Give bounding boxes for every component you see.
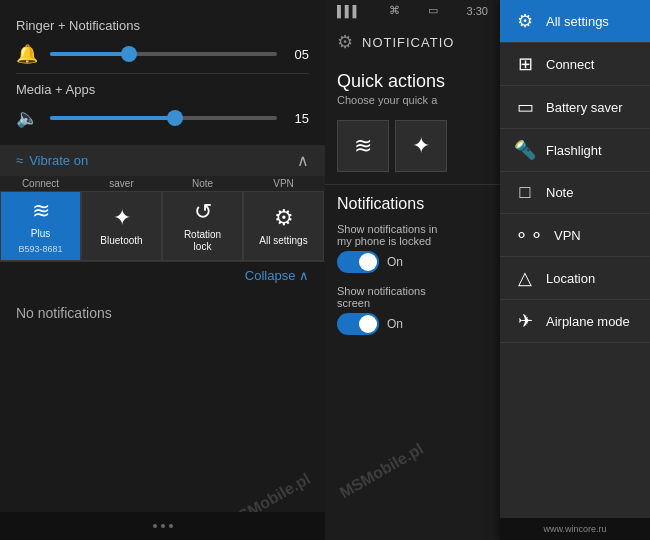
toggle2-row: On (337, 313, 488, 335)
media-label: Media + Apps (16, 82, 309, 97)
vibrate-label: Vibrate on (29, 153, 88, 168)
qa-labels-row: Connect saver Note VPN (0, 176, 325, 191)
bluetooth-icon: ✦ (113, 205, 131, 231)
settings-item-note[interactable]: □ Note (500, 172, 650, 214)
media-slider[interactable] (50, 116, 277, 120)
qa-tile-rotation[interactable]: ↺ Rotationlock (162, 191, 243, 261)
notif-header-text: NOTIFICATIO (362, 35, 454, 50)
bottom-dots (153, 524, 173, 528)
toggle2-knob (359, 315, 377, 333)
toggle2-label: On (387, 317, 403, 331)
vibrate-bar[interactable]: ≈ Vibrate on ∧ (0, 145, 325, 176)
settings-item-airplane[interactable]: ✈ Airplane mode (500, 300, 650, 343)
status-bar: ▌▌▌ ⌘ ▭ 3:30 (325, 0, 500, 21)
quick-actions-sub: Choose your quick a (325, 94, 500, 114)
toggle2[interactable] (337, 313, 379, 335)
settings-item-vpn[interactable]: ⚬⚬ VPN (500, 214, 650, 257)
dot1 (153, 524, 157, 528)
setting1-row: Show notifications inmy phone is locked … (325, 217, 500, 279)
airplane-label: Airplane mode (546, 314, 630, 329)
wifi-status-icon: ⌘ (389, 4, 400, 17)
vpn-icon: ⚬⚬ (514, 224, 544, 246)
setting2-row: Show notificationsscreen On (325, 279, 500, 341)
right-panel: ▌▌▌ ⌘ ▭ 3:30 ⚙ NOTIFICATIO Quick actions… (325, 0, 650, 540)
battery-saver-label: Battery saver (546, 100, 623, 115)
vpn-label: VPN (554, 228, 581, 243)
flashlight-icon: 🔦 (514, 139, 536, 161)
notif-qa-bluetooth[interactable]: ✦ (395, 120, 447, 172)
chevron-up-icon[interactable]: ∧ (297, 151, 309, 170)
media-value: 15 (287, 111, 309, 126)
notif-header: ⚙ NOTIFICATIO (325, 21, 500, 63)
setting1-label: Show notifications inmy phone is locked (337, 223, 488, 247)
wincore-bar: www.wincore.ru (500, 518, 650, 540)
left-panel: Ringer + Notifications 🔔 05 Media + Apps… (0, 0, 325, 540)
notif-wifi-icon: ≋ (354, 133, 372, 159)
qa-label-0: Connect (0, 178, 81, 189)
qa-label-3: VPN (243, 178, 324, 189)
notif-bluetooth-icon: ✦ (412, 133, 430, 159)
qa-tile-connect-label: Plus (31, 228, 50, 240)
ringer-section: Ringer + Notifications 🔔 05 Media + Apps… (0, 0, 325, 145)
settings-item-location[interactable]: △ Location (500, 257, 650, 300)
notif-title: Notifications (325, 191, 500, 217)
notif-qa-wifi[interactable]: ≋ (337, 120, 389, 172)
quick-actions-title: Quick actions (325, 63, 500, 94)
vibrate-icon: ≈ (16, 153, 23, 168)
ringer-icon: 🔔 (16, 43, 40, 65)
connect-label: Connect (546, 57, 594, 72)
dot2 (161, 524, 165, 528)
qa-tile-bluetooth[interactable]: ✦ Bluetooth (81, 191, 162, 261)
status-time: 3:30 (467, 5, 488, 17)
signal-icon: ▌▌▌ (337, 5, 360, 17)
settings-item-flashlight[interactable]: 🔦 Flashlight (500, 129, 650, 172)
qa-tile-rotation-label: Rotationlock (184, 229, 221, 253)
media-thumb[interactable] (167, 110, 183, 126)
qa-tile-connect-sub: B593-8681 (18, 244, 62, 254)
settings-item-connect[interactable]: ⊞ Connect (500, 43, 650, 86)
notif-quick-row: ≋ ✦ (325, 114, 500, 178)
toggle1-knob (359, 253, 377, 271)
location-label: Location (546, 271, 595, 286)
wifi-icon: ≋ (32, 198, 50, 224)
all-settings-label: All settings (546, 14, 609, 29)
notif-divider (325, 184, 500, 185)
settings-gear-icon: ⚙ (274, 205, 294, 231)
toggle1[interactable] (337, 251, 379, 273)
media-icon: 🔈 (16, 107, 40, 129)
note-icon: □ (514, 182, 536, 203)
qa-tile-bluetooth-label: Bluetooth (100, 235, 142, 247)
battery-icon: ▭ (428, 4, 438, 17)
toggle1-row: On (337, 251, 488, 273)
note-label: Note (546, 185, 573, 200)
settings-item-battery[interactable]: ▭ Battery saver (500, 86, 650, 129)
notifications-panel: ▌▌▌ ⌘ ▭ 3:30 ⚙ NOTIFICATIO Quick actions… (325, 0, 500, 540)
watermark-right: MSMobile.pl (337, 440, 427, 502)
settings-header-icon: ⚙ (337, 31, 354, 53)
connect-icon: ⊞ (514, 53, 536, 75)
wincore-text: www.wincore.ru (543, 524, 606, 534)
ringer-label: Ringer + Notifications (16, 18, 309, 33)
divider1 (16, 73, 309, 74)
ringer-value: 05 (287, 47, 309, 62)
qa-label-1: saver (81, 178, 162, 189)
media-fill (50, 116, 175, 120)
quick-actions-row: ≋ Plus B593-8681 ✦ Bluetooth ↺ Rotationl… (0, 191, 325, 261)
ringer-thumb[interactable] (121, 46, 137, 62)
collapse-bar[interactable]: Collapse ∧ (0, 261, 325, 289)
flashlight-label: Flashlight (546, 143, 602, 158)
qa-tile-settings[interactable]: ⚙ All settings (243, 191, 324, 261)
qa-tile-connect[interactable]: ≋ Plus B593-8681 (0, 191, 81, 261)
vibrate-text: ≈ Vibrate on (16, 153, 88, 168)
collapse-text[interactable]: Collapse ∧ (245, 268, 309, 283)
settings-item-all-settings[interactable]: ⚙ All settings (500, 0, 650, 43)
ringer-row: 🔔 05 (16, 43, 309, 65)
setting2-label: Show notificationsscreen (337, 285, 488, 309)
bottom-bar (0, 512, 325, 540)
media-row: 🔈 15 (16, 107, 309, 129)
dot3 (169, 524, 173, 528)
all-settings-icon: ⚙ (514, 10, 536, 32)
qa-label-2: Note (162, 178, 243, 189)
ringer-fill (50, 52, 129, 56)
ringer-slider[interactable] (50, 52, 277, 56)
